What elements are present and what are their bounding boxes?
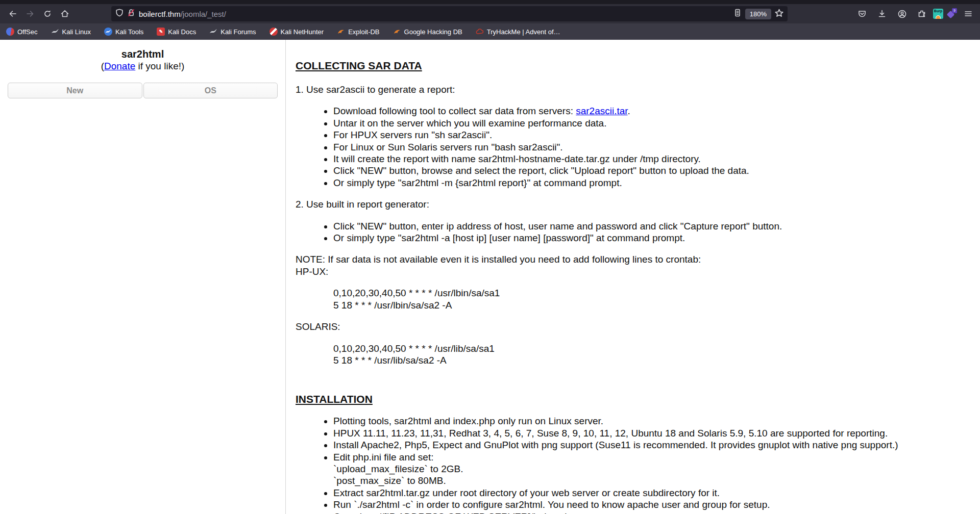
url-text[interactable]: boilerctf.thm/joomla/_test/ — [139, 10, 226, 18]
sidebar-buttons: New OS — [8, 83, 278, 98]
bookmark-item-kali-docs[interactable]: ✎ Kali Docs — [157, 28, 196, 36]
bookmark-label: Google Hacking DB — [404, 28, 462, 36]
bookmark-label: Kali Docs — [168, 28, 196, 36]
donate-link[interactable]: Donate — [104, 61, 135, 71]
bookmark-label: Kali Tools — [115, 28, 143, 36]
burp-extension-icon[interactable]: Burp — [933, 9, 943, 19]
donate-suffix: if you like!) — [135, 61, 184, 71]
bookmark-label: Kali NetHunter — [281, 28, 324, 36]
bookmark-item-google-hacking-db[interactable]: Google Hacking DB — [393, 28, 462, 36]
download-text-suffix: . — [628, 106, 630, 116]
burp-mascot — [936, 15, 941, 19]
home-button[interactable] — [56, 6, 74, 21]
bookmark-item-exploit-db[interactable]: Exploit-DB — [337, 28, 379, 36]
php-edit-line: `upload_max_filesize` to 2GB. — [333, 463, 965, 475]
cron-line: 0,10,20,30,40,50 * * * * /usr/lbin/sa/sa… — [333, 287, 965, 299]
list-item: Plotting tools, sar2html and index.php o… — [333, 415, 965, 427]
solaris-cron-block: 0,10,20,30,40,50 * * * * /usr/lib/sa/sa1… — [333, 343, 965, 367]
bookmark-label: Exploit-DB — [348, 28, 379, 36]
list-item: For Linux or Sun Solaris servers run "ba… — [333, 141, 965, 153]
step1-intro: 1. Use sar2ascii to generate a report: — [296, 84, 965, 95]
step2-intro: 2. Use built in report generator: — [296, 198, 965, 210]
download-text-prefix: Download following tool to collect sar d… — [333, 106, 576, 116]
bookmark-item-tryhackme[interactable]: TryHackMe | Advent of… — [476, 28, 560, 36]
page-title: sar2html — [0, 48, 285, 60]
kali-dragon-icon — [209, 28, 217, 36]
navigation-toolbar: boilerctf.thm/joomla/_test/ 180% — [0, 4, 980, 23]
kali-nethunter-icon — [270, 28, 278, 36]
list-item: Run `./sar2html -c` in order to configur… — [333, 499, 965, 510]
back-button[interactable] — [4, 6, 21, 21]
hpux-cron-block: 0,10,20,30,40,50 * * * * /usr/lbin/sa/sa… — [333, 287, 965, 311]
url-domain: boilerctf.thm — [139, 10, 181, 18]
exploit-db-icon — [337, 28, 345, 36]
kali-tools-icon — [104, 28, 112, 36]
bookmark-item-kali-forums[interactable]: Kali Forums — [209, 28, 256, 36]
bookmark-item-kali-tools[interactable]: Kali Tools — [104, 28, 143, 36]
tryhackme-cloud-icon — [476, 28, 484, 36]
url-path: /joomla/_test/ — [181, 10, 226, 18]
pocket-icon[interactable] — [853, 6, 871, 21]
list-item: Click "NEW" button, browse and select th… — [333, 165, 965, 176]
list-item: Open http://[IP ADDRESS OF WEB SERVER]/i… — [333, 511, 965, 514]
solaris-label: SOLARIS: — [296, 321, 965, 332]
tracking-shield-icon[interactable] — [115, 9, 124, 19]
php-edit-line: `post_max_size` to 80MB. — [333, 475, 965, 486]
forward-button[interactable] — [21, 6, 39, 21]
cron-line: 0,10,20,30,40,50 * * * * /usr/lib/sa/sa1 — [333, 343, 965, 354]
offsec-icon — [6, 28, 14, 36]
burp-extension-label: Burp — [934, 9, 942, 13]
google-hacking-db-icon — [393, 28, 401, 36]
list-item: Or simply type "sar2html -m {sar2html re… — [333, 177, 965, 189]
bookmark-item-kali-linux[interactable]: Kali Linux — [51, 28, 91, 36]
bookmark-label: TryHackMe | Advent of… — [487, 28, 560, 36]
new-button[interactable]: New — [8, 83, 142, 98]
bookmark-label: OffSec — [17, 28, 38, 36]
url-bar[interactable]: boilerctf.thm/joomla/_test/ 180% — [111, 6, 788, 21]
installation-heading: INSTALLATION — [296, 393, 965, 405]
menu-icon[interactable] — [960, 6, 977, 21]
cron-line: 5 18 * * * /usr/lib/sa/sa2 -A — [333, 354, 965, 366]
bookmarks-toolbar: OffSec Kali Linux Kali Tools ✎ Kali Docs… — [0, 23, 980, 40]
downloads-icon[interactable] — [873, 6, 891, 21]
bookmark-label: Kali Forums — [220, 28, 256, 36]
crontab-note: NOTE: If sar data is not available even … — [296, 253, 965, 277]
toolbar-right-icons: Burp 9 — [853, 6, 977, 21]
kali-docs-icon: ✎ — [157, 28, 165, 36]
collecting-sar-data-heading: COLLECTING SAR DATA — [296, 59, 965, 72]
note-line: NOTE: If sar data is not available even … — [296, 254, 701, 265]
list-item: HPUX 11.11, 11.23, 11,31, Redhat 3, 4, 5… — [333, 427, 965, 439]
list-item: Edit php.ini file and set: `upload_max_f… — [333, 451, 965, 487]
foxyproxy-badge: 9 — [952, 8, 957, 13]
list-item: It will create the report with name sar2… — [333, 153, 965, 165]
donate-line: (Donate if you like!) — [0, 60, 285, 72]
zoom-indicator[interactable]: 180% — [745, 9, 771, 19]
step2-bullet-list: Click "NEW" button, enter ip address of … — [296, 220, 965, 244]
bookmark-item-kali-nethunter[interactable]: Kali NetHunter — [270, 28, 324, 36]
reader-mode-icon[interactable] — [733, 9, 742, 19]
os-button[interactable]: OS — [143, 83, 278, 98]
help-content: COLLECTING SAR DATA 1. Use sar2ascii to … — [286, 40, 980, 514]
window-titlebar — [0, 0, 980, 4]
bookmark-item-offsec[interactable]: OffSec — [6, 28, 38, 36]
list-item: Install Apache2, Php5, Expect and GnuPlo… — [333, 439, 965, 451]
kali-dragon-icon — [51, 28, 59, 36]
insecure-lock-icon[interactable] — [127, 9, 135, 19]
reload-button[interactable] — [39, 6, 56, 21]
bookmark-star-icon[interactable] — [775, 9, 783, 19]
web-page: sar2html (Donate if you like!) New OS CO… — [0, 40, 980, 514]
list-item: Click "NEW" button, enter ip address of … — [333, 220, 965, 232]
list-item: For HPUX servers run "sh sar2ascii". — [333, 129, 965, 141]
extensions-icon[interactable] — [913, 6, 930, 21]
account-icon[interactable] — [893, 6, 911, 21]
sar2ascii-tar-link[interactable]: sar2ascii.tar — [576, 106, 627, 116]
list-item: Extract sar2html.tar.gz under root direc… — [333, 487, 965, 499]
list-item: Untar it on the server which you will ex… — [333, 117, 965, 129]
list-item: Or simply type "sar2html -a [host ip] [u… — [333, 232, 965, 244]
foxyproxy-extension-icon[interactable]: 9 — [946, 8, 957, 19]
cron-line: 5 18 * * * /usr/lbin/sa/sa2 -A — [333, 299, 965, 311]
step1-bullet-list: Download following tool to collect sar d… — [296, 105, 965, 189]
list-item: Download following tool to collect sar d… — [333, 105, 965, 117]
bookmark-label: Kali Linux — [62, 28, 91, 36]
sar2html-sidebar: sar2html (Donate if you like!) New OS — [0, 40, 286, 514]
